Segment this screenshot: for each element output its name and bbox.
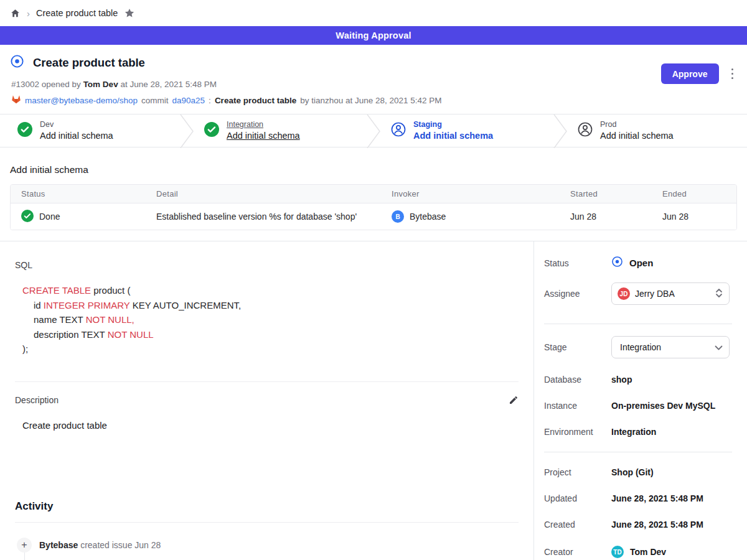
issue-number: #13002 opened by [11,80,81,89]
breadcrumb-page-title: Create product table [36,8,118,18]
more-options-icon[interactable] [729,66,736,82]
activity-timeline-line [24,553,25,560]
issue-sidebar: Status Open Assignee JD Jerry DBA [534,241,747,560]
issue-open-icon [10,54,24,71]
stage-staging[interactable]: Staging Add initial schema [374,114,560,147]
stage-task-label: Add initial schema [600,130,674,141]
instance-label: Instance [544,401,611,411]
vcs-branch-link[interactable]: master@bytebase-demo/shop [25,96,138,105]
breadcrumb-chevron-icon: › [27,8,30,19]
invoker-avatar: B [392,210,404,223]
status-banner: Waiting Approval [0,26,747,45]
commit-label: commit [141,96,169,105]
task-table-header: Status Detail Invoker Started Ended [11,185,736,203]
issue-main-panel: SQL CREATE TABLE product ( id INTEGER PR… [0,241,534,560]
assignee-value: Jerry DBA [635,289,710,299]
environment-label: Environment [544,427,611,437]
created-value: June 28, 2021 5:48 PM [611,520,703,530]
stage-env-label: Dev [40,120,113,130]
commit-meta: by tianzhou at June 28, 2021 5:42 PM [300,96,441,105]
status-value: Open [629,258,653,268]
commit-hash-link[interactable]: da90a25 [172,96,205,105]
bytebase-issue-page: › Create product table Waiting Approval … [0,0,747,560]
issue-opened-at: at June 28, 2021 5:48 PM [120,80,217,89]
updown-chevron-icon [715,288,723,300]
creator-avatar: TD [611,546,624,558]
task-section-title: Add initial schema [10,164,737,175]
column-detail: Detail [146,185,381,203]
table-row[interactable]: Done Established baseline version %s for… [11,203,736,230]
assignee-label: Assignee [544,289,611,299]
column-status: Status [11,185,146,203]
approve-button[interactable]: Approve [661,63,719,84]
stage-task-label: Add initial schema [40,130,113,141]
assignee-select[interactable]: JD Jerry DBA [611,282,730,305]
stage-pending-approval-icon [578,122,593,139]
issue-meta: #13002 opened by Tom Dev at June 28, 202… [11,80,737,89]
column-ended: Ended [652,185,736,203]
stage-env-label: Prod [600,120,674,130]
vcs-commit-line: master@bytebase-demo/shop commit da90a25… [11,95,737,106]
stage-prod[interactable]: Prod Add initial schema [560,114,747,147]
activity-title: Activity [15,500,519,513]
project-label: Project [544,467,611,477]
stage-dev[interactable]: Dev Add initial schema [0,114,187,147]
open-status-icon [611,256,623,270]
creator-value: Tom Dev [630,547,666,557]
chevron-down-icon [715,343,723,352]
sql-code-block: CREATE TABLE product ( id INTEGER PRIMAR… [22,283,519,357]
divider [15,522,519,523]
activity-action: created issue Jun 28 [80,540,161,550]
database-value: shop [611,375,632,385]
description-label: Description [15,395,59,405]
stage-done-icon [17,122,32,139]
stage-env-label: Integration [227,120,300,130]
star-icon[interactable] [124,7,135,19]
stage-task-label: Add initial schema [227,130,300,141]
stage-task-label: Add initial schema [413,130,493,141]
description-text: Create product table [22,420,519,431]
sidebar-divider [544,324,732,324]
task-ended: Jun 28 [662,212,688,222]
divider [15,381,519,382]
issue-header: Create product table #13002 opened by To… [0,45,747,114]
breadcrumb: › Create product table [0,0,747,26]
task-status: Done [39,212,60,222]
stage-select[interactable]: Integration [611,336,730,358]
activity-actor: Bytebase [39,540,78,550]
pipeline-stage-bar: Dev Add initial schema Integration Add i… [0,114,747,147]
stage-done-icon [204,122,219,139]
task-started: Jun 28 [570,212,596,222]
status-label: Status [544,258,611,268]
done-check-icon [21,210,34,224]
stage-pending-approval-icon [391,122,406,139]
instance-value: On-premises Dev MySQL [611,401,715,411]
sql-section-label: SQL [15,260,519,270]
updated-label: Updated [544,493,611,503]
assignee-avatar: JD [618,287,630,300]
creator-label: Creator [544,547,611,557]
project-value: Shop (Git) [611,467,654,477]
home-icon[interactable] [10,8,21,19]
activity-plus-icon: + [17,538,32,553]
task-table: Status Detail Invoker Started Ended Done… [10,184,737,230]
issue-author: Tom Dev [83,80,118,89]
task-section: Add initial schema Status Detail Invoker… [0,147,747,230]
environment-value: Integration [611,427,656,437]
stage-integration[interactable]: Integration Add initial schema [187,114,374,147]
stage-env-label: Staging [413,120,493,130]
edit-pencil-icon[interactable] [509,395,519,405]
commit-message: Create product table [215,96,296,105]
column-started: Started [560,185,652,203]
colon: : [209,96,211,105]
column-invoker: Invoker [381,185,560,203]
stage-value: Integration [620,342,710,352]
created-label: Created [544,520,611,530]
database-label: Database [544,375,611,385]
stage-label: Stage [544,342,611,352]
sidebar-divider [544,452,732,452]
issue-title: Create product table [33,56,145,70]
gitlab-icon [11,95,21,106]
updated-value: June 28, 2021 5:48 PM [611,493,703,503]
activity-item: + Bytebase created issue Jun 28 [15,538,519,553]
